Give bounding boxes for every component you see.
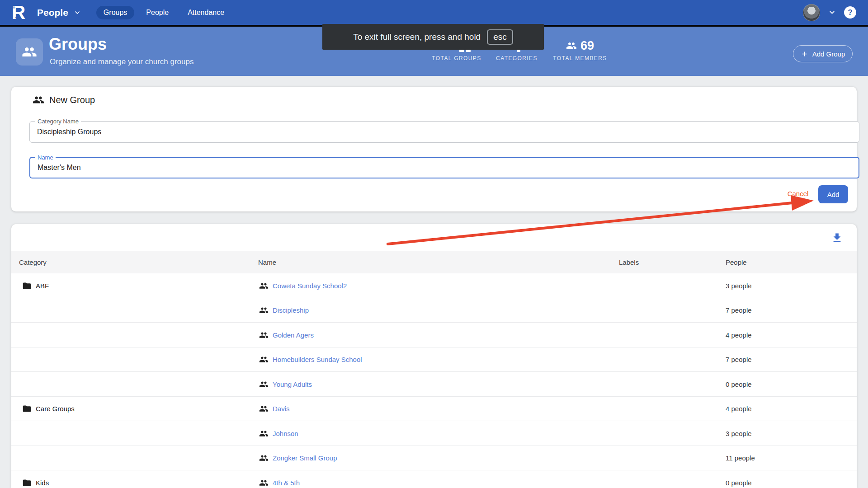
user-avatar[interactable] [803, 4, 820, 21]
people-count: 3 people [726, 282, 752, 290]
add-group-button[interactable]: Add Group [793, 45, 853, 62]
people-count: 4 people [726, 331, 752, 339]
category-name-input[interactable] [30, 122, 859, 142]
folder-icon [22, 478, 32, 488]
table-header: Category Name Labels People [11, 251, 857, 273]
people-cell: 7 people [726, 347, 752, 372]
name-field-label: Name [35, 154, 56, 161]
group-name-link[interactable]: Coweta Sunday School2 [273, 282, 347, 290]
tab-attendance[interactable]: Attendance [180, 6, 231, 19]
table-toolbar [11, 224, 857, 251]
groups-icon [22, 44, 37, 60]
group-name-link[interactable]: 4th & 5th [273, 479, 300, 487]
groups-table-card: Category Name Labels People ABF Coweta S… [11, 224, 857, 488]
category-cell: ABF [22, 273, 49, 298]
name-cell: Golden Agers [259, 323, 314, 347]
download-icon[interactable] [831, 232, 843, 244]
people-count: 7 people [726, 306, 752, 314]
column-header-name: Name [258, 251, 276, 273]
tab-people[interactable]: People [139, 6, 176, 19]
name-cell: Zongker Small Group [259, 446, 337, 471]
people-cell: 11 people [726, 446, 755, 471]
people-count: 11 people [726, 454, 755, 462]
column-header-people: People [726, 251, 747, 273]
name-cell: Young Adults [259, 372, 312, 397]
plus-icon [801, 50, 808, 58]
table-row: Johnson 3 people [11, 421, 857, 446]
group-name-link[interactable]: Golden Agers [273, 331, 314, 339]
table-row: Golden Agers 4 people [11, 323, 857, 347]
name-input[interactable] [30, 158, 859, 178]
group-name-link[interactable]: Zongker Small Group [273, 454, 337, 462]
people-icon [259, 453, 269, 463]
people-icon [259, 330, 269, 340]
stat-total-members-label: TOTAL MEMBERS [542, 55, 618, 61]
group-name-link[interactable]: Davis [273, 405, 290, 413]
esc-key: esc [487, 29, 513, 45]
name-cell: Homebuilders Sunday School [259, 347, 362, 372]
logo-one-mark: 1 [14, 16, 18, 23]
people-cell: 3 people [726, 273, 752, 298]
name-cell: Discipleship [259, 298, 309, 323]
table-row: Young Adults 0 people [11, 372, 857, 397]
people-icon [259, 355, 269, 364]
category-label: Kids [36, 479, 49, 487]
group-name-link[interactable]: Homebuilders Sunday School [273, 356, 362, 363]
people-cell: 7 people [726, 298, 752, 323]
category-name-field-label: Category Name [35, 118, 81, 125]
folder-icon [22, 281, 32, 291]
form-title: New Group [49, 95, 95, 105]
category-name-field-wrap: Category Name [29, 121, 859, 143]
chevron-down-icon [74, 9, 81, 16]
groups-icon-chip [16, 38, 43, 66]
column-header-category: Category [19, 251, 47, 273]
group-name-link[interactable]: Young Adults [273, 380, 312, 388]
people-icon [259, 281, 269, 291]
tab-groups[interactable]: Groups [96, 6, 134, 19]
people-count: 3 people [726, 430, 752, 437]
add-group-button-label: Add Group [812, 50, 845, 58]
nav-right: ? [803, 0, 856, 25]
people-cell: 4 people [726, 323, 752, 347]
category-cell: Care Groups [22, 397, 75, 422]
people-count: 0 people [726, 380, 752, 388]
stat-total-members-value: 69 [580, 39, 594, 53]
people-icon [259, 429, 269, 438]
stat-total-members: 69 TOTAL MEMBERS [542, 38, 618, 61]
fullscreen-exit-toast: To exit full screen, press and hold esc [322, 24, 544, 50]
church-logo[interactable]: R + 1 [12, 3, 31, 23]
name-cell: Davis [259, 397, 290, 422]
table-body: ABF Coweta Sunday School2 3 people Disci… [11, 273, 857, 488]
people-icon [259, 380, 269, 389]
name-cell: 4th & 5th [259, 470, 300, 488]
add-button[interactable]: Add [818, 185, 848, 203]
group-name-link[interactable]: Johnson [273, 430, 298, 437]
top-nav: R + 1 People Groups People Attendance ? [0, 0, 868, 25]
people-cell: 0 people [726, 372, 752, 397]
name-field-wrap: Name [29, 157, 859, 178]
people-icon [566, 40, 577, 51]
people-cell: 4 people [726, 397, 752, 422]
page-subtitle: Organize and manage your church groups [50, 57, 193, 66]
nav-tabs: Groups People Attendance [96, 6, 231, 19]
group-name-link[interactable]: Discipleship [273, 306, 309, 314]
account-chevron-down-icon[interactable] [828, 9, 836, 16]
table-row: Kids 4th & 5th 0 people [11, 470, 857, 488]
hidden-stat-digit-sliver [517, 50, 520, 52]
help-icon[interactable]: ? [844, 6, 856, 19]
column-header-labels: Labels [619, 251, 639, 273]
people-cell: 0 people [726, 470, 752, 488]
people-count: 4 people [726, 405, 752, 413]
people-icon [259, 305, 269, 315]
name-cell: Johnson [259, 421, 298, 446]
category-label: ABF [36, 282, 49, 290]
new-group-card: New Group Category Name Name Cancel Add [11, 87, 857, 211]
hidden-stat-digit-sliver [466, 50, 471, 52]
hidden-stat-digit-sliver [459, 50, 464, 52]
cancel-button[interactable]: Cancel [780, 190, 816, 197]
logo-cross-icon: + [12, 4, 16, 10]
app-menu-people[interactable]: People [37, 7, 81, 18]
toast-text: To exit full screen, press and hold [353, 32, 481, 42]
app-menu-label: People [37, 7, 68, 18]
category-cell: Kids [22, 470, 49, 488]
